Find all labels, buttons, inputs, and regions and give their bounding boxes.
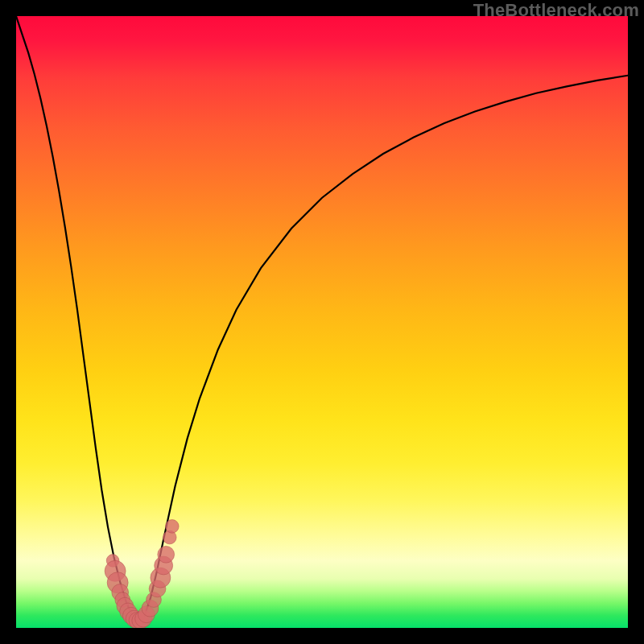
data-point — [165, 520, 179, 534]
plot-area — [16, 16, 628, 628]
chart-svg — [16, 16, 628, 628]
bottleneck-curve — [16, 16, 628, 621]
data-point — [158, 546, 175, 563]
data-points-group — [105, 520, 179, 628]
watermark-text: TheBottleneck.com — [473, 0, 639, 21]
frame: TheBottleneck.com — [0, 0, 644, 644]
